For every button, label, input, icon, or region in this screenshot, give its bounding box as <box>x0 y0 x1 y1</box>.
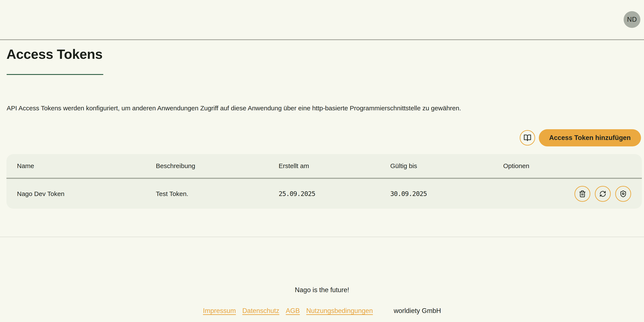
shield-check-icon <box>620 190 627 198</box>
footer-divider <box>0 236 644 237</box>
footer-links: Impressum Datenschutz AGB Nutzungsbeding… <box>0 307 644 315</box>
column-header-created: Erstellt am <box>279 162 390 170</box>
title-underline <box>7 74 103 75</box>
column-header-description: Beschreibung <box>156 162 279 170</box>
delete-token-button[interactable] <box>574 186 590 202</box>
page-title: Access Tokens <box>6 46 102 62</box>
cell-token-description: Test Token. <box>156 190 279 198</box>
column-header-options: Optionen <box>503 162 642 170</box>
column-header-valid-until: Gültig bis <box>390 162 503 170</box>
trash-icon <box>579 190 586 198</box>
cell-valid-until: 30.09.2025 <box>390 190 503 198</box>
regenerate-token-button[interactable] <box>595 186 611 202</box>
column-header-name: Name <box>17 162 156 170</box>
cell-token-name: Nago Dev Token <box>17 190 156 198</box>
table-row: Nago Dev Token Test Token. 25.09.2025 30… <box>6 179 642 209</box>
refresh-icon <box>599 190 606 197</box>
page-description: API Access Tokens werden konfiguriert, u… <box>7 104 461 112</box>
docs-button[interactable] <box>520 130 535 146</box>
footer-tagline: Nago is the future! <box>0 286 644 294</box>
footer-company: worldiety GmbH <box>394 307 441 315</box>
table-toolbar: Access Token hinzufügen <box>520 129 641 146</box>
top-bar: ND <box>0 0 644 39</box>
permissions-token-button[interactable] <box>615 186 631 202</box>
book-open-icon <box>524 134 531 142</box>
link-agb[interactable]: AGB <box>286 307 300 315</box>
header-divider <box>0 39 644 40</box>
access-token-table: Name Beschreibung Erstellt am Gültig bis… <box>6 154 642 209</box>
link-datenschutz[interactable]: Datenschutz <box>242 307 279 315</box>
table-header-row: Name Beschreibung Erstellt am Gültig bis… <box>6 154 642 178</box>
cell-created-at: 25.09.2025 <box>279 190 390 198</box>
add-access-token-button[interactable]: Access Token hinzufügen <box>539 129 641 146</box>
link-impressum[interactable]: Impressum <box>203 307 236 315</box>
link-nutzungsbedingungen[interactable]: Nutzungsbedingungen <box>306 307 373 315</box>
user-avatar[interactable]: ND <box>624 11 640 28</box>
row-actions <box>503 186 642 202</box>
